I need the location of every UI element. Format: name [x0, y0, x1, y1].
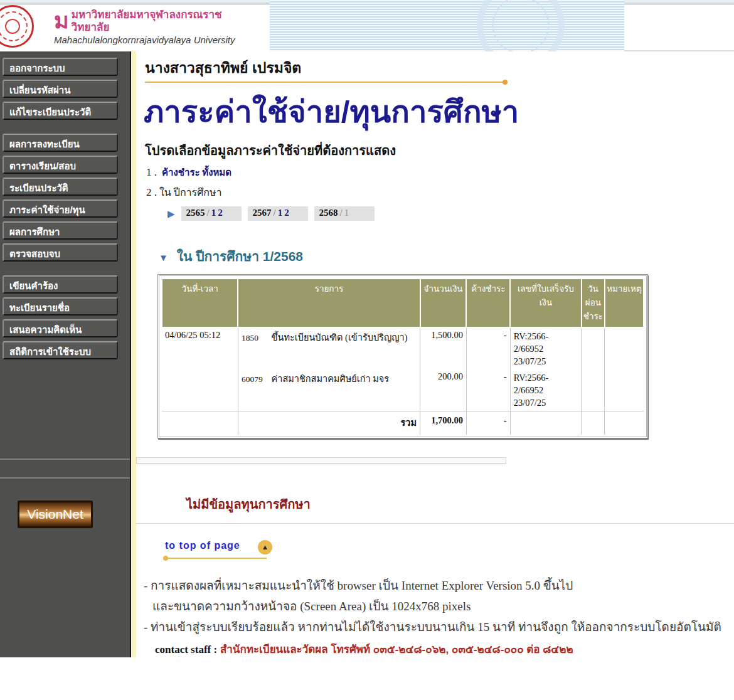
total-outstanding: -	[466, 411, 510, 435]
sidebar-item-edit-record[interactable]: แก้ไขระเบียนประวัติ	[3, 102, 118, 120]
triangle-down-icon[interactable]: ▼	[159, 252, 168, 263]
sidebar-item-logout[interactable]: ออกจากระบบ	[3, 58, 118, 76]
sidebar-item-usage-statistics[interactable]: สถิติการเข้าใช้ระบบ	[3, 341, 118, 359]
term-current-2568-1: 1	[344, 208, 349, 218]
col-item: รายการ	[238, 278, 420, 327]
sidebar-item-change-password[interactable]: เปลี่ยนรหัสผ่าน	[3, 80, 118, 98]
col-note: หมายเหตุ	[605, 278, 644, 327]
university-logo-glyph: ม	[54, 9, 69, 33]
section-title: ใน ปีการศึกษา 1/2568	[177, 249, 303, 263]
year-label: 2567	[253, 208, 272, 218]
section-header: ▼ ใน ปีการศึกษา 1/2568	[159, 246, 734, 267]
seal-watermark-icon	[477, 0, 565, 51]
all-outstanding-link[interactable]: ค้างชำระ ทั้งหมด	[162, 167, 231, 178]
footer-notes: - การแสดงผลที่เหมาะสมแนะนำให้ใช้ browser…	[144, 575, 734, 637]
session-timeout-note: - ท่านเข้าสู่ระบบเรียบร้อยแล้ว หากท่านไม…	[144, 617, 734, 637]
term-link-2565-1[interactable]: 1	[211, 208, 216, 218]
arrow-up-icon[interactable]: ▲	[258, 540, 272, 554]
browser-note-line1: - การแสดงผลที่เหมาะสมแนะนำให้ใช้ browser…	[144, 575, 734, 596]
university-name-en: Mahachulalongkornrajavidyalaya Universit…	[54, 34, 242, 46]
to-top-label[interactable]: to top of page	[165, 540, 240, 551]
col-datetime: วันที่-เวลา	[162, 278, 238, 327]
term-link-2567-2[interactable]: 2	[284, 208, 289, 218]
year-label: 2565	[186, 208, 205, 218]
table-total-row: รวม 1,700.00 -	[162, 411, 644, 435]
cell-amount: 200.00	[420, 369, 467, 411]
item-code: 60079	[242, 374, 269, 384]
option-all-outstanding: 1 . ค้างชำระ ทั้งหมด	[146, 165, 734, 180]
sidebar-item-registration-results[interactable]: ผลการลงทะเบียน	[3, 134, 118, 152]
term-link-2567-1[interactable]: 1	[278, 208, 283, 218]
contact-staff-label: contact staff :	[155, 644, 217, 655]
cell-empty	[510, 411, 582, 435]
sidebar: ออกจากระบบ เปลี่ยนรหัสผ่าน แก้ไขระเบียนป…	[0, 51, 130, 657]
triangle-right-icon: ▶	[168, 208, 175, 220]
year-tab-2567: 2567/12	[248, 206, 308, 221]
option2-number: 2 .	[146, 186, 157, 198]
to-top-of-page-link[interactable]: to top of page ▲	[165, 540, 272, 560]
no-scholarship-message: ไม่มีข้อมูลทุนการศึกษา	[186, 494, 734, 514]
table-row: 60079 ค่าสมาชิกสมาคมศิษย์เก่า มจร 200.00…	[162, 369, 644, 411]
sidebar-item-name-registry[interactable]: ทะเบียนรายชื่อ	[3, 297, 118, 316]
option1-number: 1 .	[146, 166, 157, 178]
header-logo-panel: ม มหาวิทยาลัยมหาจุฬาลงกรณราชวิทยาลัย Mah…	[0, 5, 270, 51]
contact-staff-th: สำนักทะเบียนและวัดผล โทรศัพท์ ๐๓๕-๒๔๘-๐๖…	[220, 644, 573, 655]
cell-item: 60079 ค่าสมาชิกสมาคมศิษย์เก่า มจร	[238, 369, 420, 411]
col-receipt-no: เลขที่ใบเสร็จรับเงิน	[510, 278, 582, 327]
sidebar-yellow-strip	[130, 51, 136, 657]
sidebar-item-graduation-check[interactable]: ตรวจสอบจบ	[3, 243, 118, 262]
university-seal-icon	[0, 5, 34, 48]
year-tabs-row: ▶ 2565/12 2567/12 2568/1	[168, 206, 734, 221]
sidebar-item-study-results[interactable]: ผลการศึกษา	[3, 221, 118, 240]
sidebar-item-suggestions[interactable]: เสนอความคิดเห็น	[3, 319, 118, 337]
page-title: ภาระค่าใช้จ่าย/ทุนการศึกษา	[144, 92, 734, 132]
contact-staff-th-line: contact staff : สำนักทะเบียนและวัดผล โทร…	[155, 640, 734, 657]
cell-installment	[582, 327, 605, 369]
cell-receipt: RV:2566-2/66952 23/07/25	[510, 369, 582, 411]
receipt-date: 23/07/25	[514, 355, 578, 368]
option-by-academic-year: 2 . ใน ปีการศึกษา	[146, 184, 734, 200]
cell-amount: 1,500.00	[420, 327, 467, 369]
total-label: รวม	[238, 411, 420, 435]
sidebar-item-expenses-scholarship[interactable]: ภาระค่าใช้จ่าย/ทุน	[3, 199, 118, 218]
university-name-block: ม มหาวิทยาลัยมหาจุฬาลงกรณราชวิทยาลัย Mah…	[54, 9, 242, 46]
cell-item: 1850 ขึ้นทะเบียนบัณฑิต (เข้ารับปริญญา)	[238, 327, 420, 369]
col-amount: จำนวนเงิน	[420, 278, 467, 327]
cell-receipt: RV:2566-2/66952 23/07/25	[510, 327, 582, 369]
horizontal-rule	[136, 523, 734, 524]
sidebar-divider	[0, 459, 130, 460]
cell-outstanding: -	[466, 327, 510, 369]
sidebar-item-student-record[interactable]: ระเบียนประวัติ	[3, 178, 118, 196]
cell-empty	[162, 411, 238, 435]
item-code: 1850	[242, 333, 269, 343]
col-outstanding: ค้างชำระ	[466, 278, 510, 327]
browser-note-line2: และขนาดความกว้างหน้าจอ (Screen Area) เป็…	[144, 596, 734, 617]
table-row: 04/06/25 05:12 1850 ขึ้นทะเบียนบัณฑิต (เ…	[162, 327, 644, 369]
cell-empty	[605, 411, 644, 435]
table-header-row: วันที่-เวลา รายการ จำนวนเงิน ค้างชำระ เล…	[162, 278, 644, 327]
cell-note	[605, 369, 644, 411]
year-label: 2568	[319, 208, 338, 218]
cell-empty	[582, 411, 605, 435]
cell-datetime: 04/06/25 05:12	[162, 327, 238, 369]
visionnet-logo[interactable]: VisionNet	[18, 501, 93, 528]
sidebar-item-write-petition[interactable]: เขียนคำร้อง	[3, 275, 118, 294]
gold-underline	[165, 558, 267, 559]
name-underline	[145, 82, 504, 83]
year-tab-2565: 2565/12	[181, 206, 242, 221]
sidebar-divider	[0, 477, 130, 479]
tab-separator: /	[207, 208, 210, 218]
cell-outstanding: -	[466, 369, 510, 411]
item-description: ขึ้นทะเบียนบัณฑิต (เข้ารับปริญญา)	[272, 332, 408, 342]
cell-installment	[582, 369, 605, 411]
tab-separator: /	[340, 208, 343, 218]
sidebar-item-class-exam-schedule[interactable]: ตารางเรียน/สอบ	[3, 156, 118, 174]
cell-note	[605, 327, 644, 369]
term-link-2565-2[interactable]: 2	[218, 208, 223, 218]
section-divider-bar	[136, 457, 506, 464]
student-name: นางสาวสุธาทิพย์ เปรมจิต	[145, 58, 734, 78]
col-installment-date: วัน ผ่อน ชำระ	[582, 278, 605, 327]
year-tab-2568: 2568/1	[314, 206, 375, 221]
fees-table-frame: วันที่-เวลา รายการ จำนวนเงิน ค้างชำระ เล…	[157, 274, 648, 438]
instruction-text: โปรดเลือกข้อมูลภาระค่าใช้จ่ายที่ต้องการแ…	[145, 141, 734, 161]
